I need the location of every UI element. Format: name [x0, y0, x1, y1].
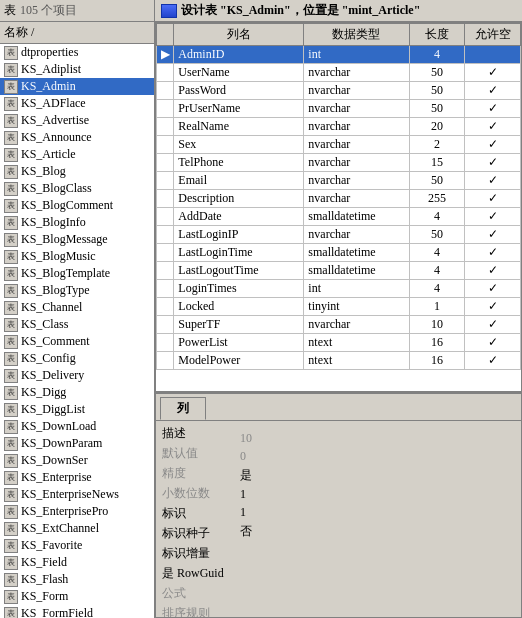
nullable-check: ✓ [488, 155, 498, 169]
row-arrow [157, 100, 174, 118]
list-item[interactable]: 表KS_DiggList [0, 401, 154, 418]
design-table: 列名 数据类型 长度 允许空 ▶AdminIDint4UserNamenvarc… [156, 23, 521, 370]
col-name-cell: Locked [174, 298, 304, 316]
list-item[interactable]: 表KS_ExtChannel [0, 520, 154, 537]
row-arrow [157, 172, 174, 190]
list-item[interactable]: 表KS_DownLoad [0, 418, 154, 435]
lower-panel: 列 描述默认值精度小数位数标识标识种子标识增量是 RowGuid公式排序规则 1… [155, 392, 522, 618]
list-item[interactable]: 表KS_Blog [0, 163, 154, 180]
design-table-container[interactable]: 列名 数据类型 长度 允许空 ▶AdminIDint4UserNamenvarc… [155, 22, 522, 392]
list-item[interactable]: 表KS_Digg [0, 384, 154, 401]
col-type-cell: smalldatetime [304, 244, 409, 262]
table-icon: 表 [4, 233, 18, 247]
col-null-cell [465, 46, 521, 64]
list-item[interactable]: 表KS_BlogInfo [0, 214, 154, 231]
table-row[interactable]: RealNamenvarchar20✓ [157, 118, 521, 136]
col-type-cell: ntext [304, 334, 409, 352]
list-item[interactable]: 表KS_Admin [0, 78, 154, 95]
list-item[interactable]: 表KS_BlogMessage [0, 231, 154, 248]
table-row[interactable]: LoginTimesint4✓ [157, 280, 521, 298]
table-row[interactable]: Descriptionnvarchar255✓ [157, 190, 521, 208]
list-item[interactable]: 表KS_EnterprisePro [0, 503, 154, 520]
list-item[interactable]: 表KS_Enterprise [0, 469, 154, 486]
col-null-cell: ✓ [465, 262, 521, 280]
table-row[interactable]: UserNamenvarchar50✓ [157, 64, 521, 82]
col-null-cell: ✓ [465, 280, 521, 298]
item-label: KS_EnterpriseNews [21, 487, 119, 502]
list-item[interactable]: 表KS_Flash [0, 571, 154, 588]
table-row[interactable]: PassWordnvarchar50✓ [157, 82, 521, 100]
table-icon: 表 [4, 131, 18, 145]
col-name-cell: LastLoginTime [174, 244, 304, 262]
table-row[interactable]: LastLoginTimesmalldatetime4✓ [157, 244, 521, 262]
list-item[interactable]: 表KS_BlogClass [0, 180, 154, 197]
list-item[interactable]: 表KS_Field [0, 554, 154, 571]
item-label: KS_BlogComment [21, 198, 113, 213]
table-row[interactable]: Emailnvarchar50✓ [157, 172, 521, 190]
col-null-cell: ✓ [465, 316, 521, 334]
list-item[interactable]: 表KS_BlogTemplate [0, 265, 154, 282]
col-len-cell: 1 [409, 298, 465, 316]
list-item[interactable]: 表KS_DownSer [0, 452, 154, 469]
table-row[interactable]: AddDatesmalldatetime4✓ [157, 208, 521, 226]
row-arrow [157, 298, 174, 316]
nullable-check: ✓ [488, 173, 498, 187]
list-item[interactable]: 表KS_Announce [0, 129, 154, 146]
list-item[interactable]: 表KS_Article [0, 146, 154, 163]
table-icon: 表 [4, 403, 18, 417]
list-item[interactable]: 表dtproperties [0, 44, 154, 61]
col-len-cell: 255 [409, 190, 465, 208]
list-item[interactable]: 表KS_ADFlace [0, 95, 154, 112]
item-label: KS_Delivery [21, 368, 84, 383]
col-type-cell: nvarchar [304, 172, 409, 190]
item-label: KS_Advertise [21, 113, 89, 128]
list-item[interactable]: 表KS_Channel [0, 299, 154, 316]
list-item[interactable]: 表KS_BlogMusic [0, 248, 154, 265]
item-label: KS_Adiplist [21, 62, 81, 77]
list-item[interactable]: 表KS_BlogComment [0, 197, 154, 214]
table-row[interactable]: PowerListntext16✓ [157, 334, 521, 352]
table-row[interactable]: ▶AdminIDint4 [157, 46, 521, 64]
list-item[interactable]: 表KS_Comment [0, 333, 154, 350]
table-icon: 表 [4, 148, 18, 162]
property-value: 0 [240, 449, 517, 464]
item-label: KS_Field [21, 555, 67, 570]
col-null-cell: ✓ [465, 100, 521, 118]
table-list[interactable]: 表dtproperties表KS_Adiplist表KS_Admin表KS_AD… [0, 44, 154, 618]
list-item[interactable]: 表KS_Advertise [0, 112, 154, 129]
tab-column[interactable]: 列 [160, 397, 206, 420]
list-item[interactable]: 表KS_BlogType [0, 282, 154, 299]
row-arrow [157, 262, 174, 280]
table-row[interactable]: ModelPowerntext16✓ [157, 352, 521, 370]
list-item[interactable]: 表KS_Form [0, 588, 154, 605]
item-label: KS_BlogClass [21, 181, 92, 196]
table-icon: 表 [4, 590, 18, 604]
list-item[interactable]: 表KS_Config [0, 350, 154, 367]
list-item[interactable]: 表KS_Class [0, 316, 154, 333]
table-row[interactable]: TelPhonenvarchar15✓ [157, 154, 521, 172]
col-name-cell: PassWord [174, 82, 304, 100]
col-null-cell: ✓ [465, 154, 521, 172]
col-type-cell: nvarchar [304, 82, 409, 100]
list-item[interactable]: 表KS_FormField [0, 605, 154, 618]
lower-labels: 描述默认值精度小数位数标识标识种子标识增量是 RowGuid公式排序规则 [156, 421, 236, 617]
item-label: KS_ADFlace [21, 96, 86, 111]
list-item[interactable]: 表KS_EnterpriseNews [0, 486, 154, 503]
col-name-cell: ModelPower [174, 352, 304, 370]
table-row[interactable]: SuperTFnvarchar10✓ [157, 316, 521, 334]
list-item[interactable]: 表KS_Delivery [0, 367, 154, 384]
nullable-check: ✓ [488, 263, 498, 277]
table-icon: 表 [4, 301, 18, 315]
table-row[interactable]: LastLogoutTimesmalldatetime4✓ [157, 262, 521, 280]
item-label: KS_EnterprisePro [21, 504, 108, 519]
list-item[interactable]: 表KS_Favorite [0, 537, 154, 554]
list-item[interactable]: 表KS_DownParam [0, 435, 154, 452]
list-item[interactable]: 表KS_Adiplist [0, 61, 154, 78]
nullable-check: ✓ [488, 65, 498, 79]
table-row[interactable]: Sexnvarchar2✓ [157, 136, 521, 154]
table-icon: 表 [4, 352, 18, 366]
col-type-cell: nvarchar [304, 64, 409, 82]
table-row[interactable]: LastLoginIPnvarchar50✓ [157, 226, 521, 244]
table-row[interactable]: PrUserNamenvarchar50✓ [157, 100, 521, 118]
table-row[interactable]: Lockedtinyint1✓ [157, 298, 521, 316]
